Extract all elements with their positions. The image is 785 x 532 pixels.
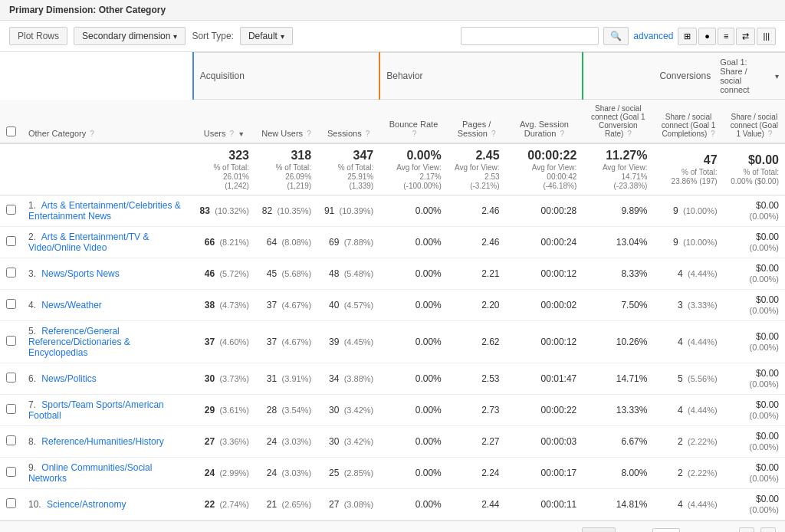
table-row: 10. Science/Astronomy 22 (2.74%) 21 (2.6… (0, 489, 785, 521)
category-link-3[interactable]: News/Sports News (41, 268, 119, 279)
row-checkbox-9[interactable] (6, 467, 16, 477)
category-link-1[interactable]: Arts & Entertainment/Celebrities & Enter… (28, 200, 181, 222)
row-num-5: 5. (28, 326, 36, 337)
category-link-8[interactable]: Reference/Humanities/History (41, 436, 163, 447)
view-icon-compare[interactable]: ⇄ (736, 28, 755, 45)
goal-value-col-header[interactable]: Share / social connect (Goal 1 Value) ? (724, 100, 785, 144)
pages-session-col-header[interactable]: Pages / Session ? (448, 100, 506, 144)
footer-bar: Show rows: 10 25 50 Go to: 1 - 10 of 41 … (0, 521, 785, 532)
category-link-6[interactable]: News/Politics (41, 373, 96, 384)
view-icon-list[interactable]: ≡ (718, 28, 734, 45)
total-bounce-rate: 0.00% (386, 149, 442, 163)
users-col-header[interactable]: Users ? ▼ (193, 100, 255, 144)
behavior-header: Behavior (379, 53, 583, 100)
prev-page-button[interactable]: ‹ (739, 527, 754, 532)
view-icons-group: ⊞ ● ≡ ⇄ ||| (678, 28, 776, 45)
advanced-link[interactable]: advanced (633, 31, 673, 41)
completions-hint: ? (711, 130, 715, 138)
total-goal-value-sub: % of Total: 0.00% ($0.00) (731, 168, 779, 186)
sessions-hint: ? (366, 130, 370, 138)
bounce-rate-col-header[interactable]: Bounce Rate ? (379, 100, 448, 144)
view-icon-bar[interactable]: ||| (757, 28, 776, 45)
row-checkbox-2[interactable] (6, 236, 16, 246)
goal-dropdown-icon[interactable]: ▾ (775, 72, 779, 80)
sessions-col-header[interactable]: Sessions ? (317, 100, 379, 144)
total-sessions: 347 (324, 149, 373, 163)
total-pages-session-sub: Avg for View: 2.53 (-3.21%) (455, 163, 500, 190)
search-input[interactable] (461, 27, 599, 45)
category-link-7[interactable]: Sports/Team Sports/American Football (28, 399, 164, 421)
row-num-8: 8. (28, 436, 36, 447)
acquisition-header: Acquisition (193, 53, 379, 100)
total-pages-session: 2.45 (454, 149, 500, 163)
other-category-col-header: Other Category ? (22, 100, 193, 144)
row-checkbox-8[interactable] (6, 435, 16, 445)
next-page-button[interactable]: › (760, 527, 776, 532)
total-users-sub: % of Total: 26.01% (1,242) (213, 163, 249, 190)
table-row: 6. News/Politics 30 (3.73%) 31 (3.91%) 3… (0, 363, 785, 395)
search-button[interactable]: 🔍 (603, 27, 629, 45)
total-new-users: 318 (261, 149, 311, 163)
total-completions-sub: % of Total: 23.86% (197) (672, 168, 718, 186)
users-sort-icon: ▼ (238, 130, 245, 138)
row-checkbox-1[interactable] (6, 205, 16, 215)
table-row: 1. Arts & Entertainment/Celebrities & En… (0, 195, 785, 227)
row-num-4: 4. (28, 300, 36, 310)
row-checkbox-4[interactable] (6, 299, 16, 309)
total-new-users-sub: % of Total: 26.09% (1,219) (276, 163, 312, 190)
category-link-5[interactable]: Reference/General Reference/Dictionaries… (28, 326, 130, 358)
row-checkbox-3[interactable] (6, 268, 16, 277)
pages-session-hint: ? (491, 130, 496, 138)
sort-type-label: Sort Type: (192, 31, 233, 41)
go-to-input[interactable] (652, 528, 680, 532)
completions-col-header[interactable]: Share / social connect (Goal 1 Completio… (653, 100, 723, 144)
total-users: 323 (199, 149, 249, 163)
conversions-label: Conversions (659, 71, 711, 81)
row-checkbox-6[interactable] (6, 373, 16, 383)
plot-rows-button[interactable]: Plot Rows (9, 27, 67, 45)
conversions-header: Conversions Goal 1: Share / social conne… (653, 53, 785, 100)
users-hint: ? (230, 130, 235, 138)
row-num-7: 7. (28, 399, 36, 410)
search-area: 🔍 advanced ⊞ ● ≡ ⇄ ||| (461, 27, 776, 45)
total-avg-duration: 00:00:22 (512, 149, 577, 163)
table-container: Acquisition Behavior Conversions Goal 1:… (0, 52, 785, 521)
show-rows-select[interactable]: 10 25 50 (582, 527, 616, 532)
conv-rate-col-header[interactable]: Share / social connect (Goal 1 Conversio… (583, 100, 653, 144)
top-bar: Primary Dimension: Other Category (0, 0, 785, 21)
category-link-2[interactable]: Arts & Entertainment/TV & Video/Online V… (28, 232, 149, 253)
table-row: 5. Reference/General Reference/Dictionar… (0, 321, 785, 363)
row-checkbox-10[interactable] (6, 498, 16, 508)
avg-duration-hint: ? (560, 130, 564, 138)
row-num-1: 1. (28, 200, 36, 211)
goal-label: Goal 1: Share / social connect (720, 57, 770, 94)
sort-type-dropdown[interactable]: Default (240, 27, 293, 45)
table-row: 8. Reference/Humanities/History 27 (3.36… (0, 426, 785, 458)
row-checkbox-7[interactable] (6, 404, 16, 414)
table-row: 9. Online Communities/Social Networks 24… (0, 458, 785, 489)
row-num-3: 3. (28, 268, 36, 279)
new-users-hint: ? (307, 130, 311, 138)
select-all-checkbox[interactable] (6, 126, 16, 136)
category-link-10[interactable]: Science/Astronomy (47, 499, 126, 510)
col-header-row: Other Category ? Users ? ▼ New Users ? S… (0, 100, 785, 144)
table-row: 4. News/Weather 38 (4.73%) 37 (4.67%) 40… (0, 290, 785, 321)
avg-duration-col-header[interactable]: Avg. Session Duration ? (506, 100, 583, 144)
row-num-6: 6. (28, 373, 36, 384)
view-icon-grid[interactable]: ⊞ (678, 28, 697, 45)
primary-dimension-value: Other Category (99, 5, 166, 15)
group-header-row: Acquisition Behavior Conversions Goal 1:… (0, 53, 785, 100)
row-checkbox-5[interactable] (6, 336, 16, 346)
category-link-9[interactable]: Online Communities/Social Networks (28, 462, 152, 484)
bounce-rate-hint: ? (412, 130, 417, 138)
category-link-4[interactable]: News/Weather (41, 300, 101, 310)
table-row: 3. News/Sports News 46 (5.72%) 45 (5.68%… (0, 258, 785, 290)
primary-dimension-label: Primary Dimension: (9, 5, 96, 15)
new-users-col-header[interactable]: New Users ? (255, 100, 317, 144)
total-completions: 47 (659, 153, 717, 167)
view-icon-pie[interactable]: ● (698, 28, 716, 45)
row-num-2: 2. (28, 232, 36, 242)
goal-value-hint: ? (768, 130, 773, 138)
row-num-9: 9. (28, 462, 36, 473)
secondary-dimension-dropdown[interactable]: Secondary dimension (74, 27, 186, 45)
